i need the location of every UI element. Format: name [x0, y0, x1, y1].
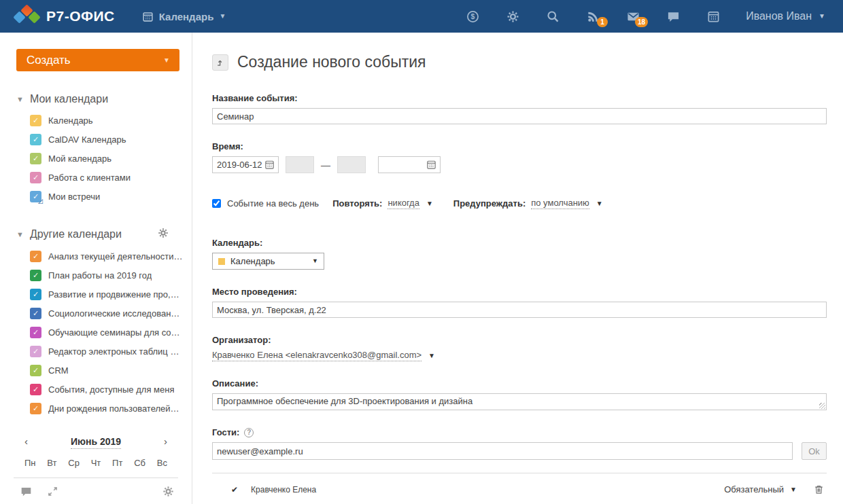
- chat-button[interactable]: [653, 10, 693, 23]
- gear-icon: [506, 10, 519, 23]
- chevron-down-icon[interactable]: ▼: [426, 200, 433, 207]
- calendar-checkbox[interactable]: ✓: [30, 134, 41, 145]
- mail-button[interactable]: 18: [613, 10, 653, 23]
- calendar-item[interactable]: ✓ Работа с клиентами: [0, 168, 192, 187]
- guest-email-input[interactable]: [212, 442, 793, 460]
- alert-dropdown[interactable]: по умолчанию: [531, 198, 589, 209]
- calendar-checkbox[interactable]: ✓: [30, 384, 41, 395]
- calendar-app-button[interactable]: [693, 10, 734, 23]
- app-switcher-label: Календарь: [159, 11, 214, 22]
- calendar-checkbox[interactable]: ✓: [30, 365, 41, 376]
- calendar-item[interactable]: ✓ Анализ текущей деятельности…: [0, 247, 192, 266]
- calendar-checkbox[interactable]: ✓: [30, 172, 41, 183]
- weekday: Пт: [112, 458, 122, 468]
- calendar-checkbox[interactable]: ✓: [30, 289, 41, 300]
- group-other-calendars[interactable]: ▼ Другие календари: [16, 228, 169, 241]
- calendar-item[interactable]: ✓ Социологические исследован…: [0, 304, 192, 323]
- description-textarea[interactable]: Программное обеспечение для 3D-проектиро…: [212, 393, 827, 410]
- search-button[interactable]: [533, 10, 573, 23]
- calendar-item[interactable]: ✓ CalDAV Календарь: [0, 130, 192, 149]
- calendar-label: Анализ текущей деятельности…: [48, 251, 182, 262]
- weekday: Ср: [68, 458, 80, 468]
- chevron-down-icon: ▼: [312, 258, 318, 264]
- event-form: Создание нового события Название события…: [193, 33, 843, 504]
- calendar-item[interactable]: ✓ Календарь: [0, 111, 192, 130]
- weekday: Чт: [91, 458, 101, 468]
- start-date-picker[interactable]: 2019-06-12: [212, 156, 279, 173]
- logo-text: Р7-ОФИС: [46, 8, 115, 24]
- guest-list-divider: [212, 473, 827, 473]
- create-button[interactable]: Создать ▼: [16, 49, 179, 71]
- all-day-checkbox[interactable]: [212, 199, 221, 208]
- start-date-value: 2019-06-12: [217, 160, 262, 170]
- weekday: Пн: [24, 458, 36, 468]
- calendar-icon: [707, 10, 720, 23]
- shared-calendar-icon: ◿: [38, 198, 43, 204]
- calendar-checkbox[interactable]: ✓: [30, 115, 41, 126]
- mini-calendar-title[interactable]: Июнь 2019: [71, 436, 121, 449]
- chat-icon[interactable]: [20, 486, 32, 497]
- delete-attendee-button[interactable]: [814, 484, 824, 494]
- calendar-label: Мой календарь: [48, 154, 111, 164]
- top-bar: Р7-ОФИС Календарь ▼ $ 1 18: [0, 0, 843, 33]
- calendar-checkbox[interactable]: ✓: [30, 153, 41, 164]
- attendee-row: ✔ Кравченко Елена Обязательный ▼: [212, 484, 827, 494]
- calendar-item[interactable]: ✓◿ Мои встречи: [0, 187, 192, 206]
- attendee-status-dropdown[interactable]: Обязательный: [724, 484, 784, 494]
- search-icon: [547, 10, 560, 23]
- chevron-down-icon[interactable]: ▼: [596, 200, 603, 207]
- guest-ok-button[interactable]: Ok: [802, 442, 827, 460]
- chevron-down-icon[interactable]: ▼: [790, 486, 797, 493]
- calendar-item[interactable]: ✓ Развитие и продвижение про,…: [0, 285, 192, 304]
- end-date-picker[interactable]: [378, 156, 441, 173]
- expand-icon[interactable]: [47, 486, 58, 497]
- calendar-checkbox[interactable]: ✓: [30, 346, 41, 357]
- location-input[interactable]: [212, 302, 827, 318]
- group-title: Мои календари: [30, 93, 108, 105]
- calendar-item[interactable]: ✓ Редактор электроных таблиц …: [0, 342, 192, 361]
- next-month-button[interactable]: ›: [164, 435, 167, 447]
- calendar-icon[interactable]: [264, 160, 275, 170]
- calendar-item[interactable]: ✓ CRM: [0, 361, 192, 380]
- app-logo[interactable]: Р7-ОФИС: [14, 6, 115, 26]
- feed-button[interactable]: 1: [573, 10, 613, 23]
- organizer-dropdown[interactable]: Кравченко Елена <elenakravcenko308@gmail…: [212, 350, 422, 361]
- calendar-item[interactable]: ✓ События, доступные для меня: [0, 380, 192, 399]
- collapse-triangle-icon: ▼: [16, 95, 24, 103]
- calendar-checkbox[interactable]: ✓: [30, 270, 41, 281]
- calendar-item[interactable]: ✓ Мой календарь: [0, 149, 192, 168]
- calendar-icon[interactable]: [426, 160, 436, 170]
- group-my-calendars[interactable]: ▼ Мои календари: [16, 93, 169, 105]
- event-name-input[interactable]: [212, 108, 827, 124]
- gear-icon[interactable]: [162, 486, 174, 497]
- calendar-checkbox[interactable]: ✓: [30, 403, 41, 414]
- chevron-down-icon: ▼: [819, 13, 825, 20]
- resize-grip[interactable]: [819, 403, 825, 409]
- create-button-label: Создать: [27, 54, 71, 67]
- user-menu[interactable]: Иванов Иван ▼: [746, 10, 825, 22]
- event-name-label: Название события:: [212, 93, 827, 103]
- help-icon[interactable]: ?: [244, 428, 254, 437]
- settings-button[interactable]: [493, 10, 533, 23]
- alert-label: Предупреждать:: [453, 198, 526, 209]
- page-title: Создание нового события: [237, 53, 426, 71]
- feed-badge: 1: [597, 17, 608, 27]
- back-button[interactable]: [212, 54, 228, 71]
- chevron-down-icon[interactable]: ▼: [428, 353, 435, 359]
- group-settings-button[interactable]: [158, 228, 169, 241]
- calendar-checkbox[interactable]: ✓: [30, 327, 41, 338]
- calendar-item[interactable]: ✓ Обучающие семинары для со…: [0, 323, 192, 342]
- logo-diamonds-icon: [14, 6, 39, 26]
- weekday: Вт: [47, 458, 56, 468]
- payments-button[interactable]: $: [453, 10, 493, 23]
- calendar-item[interactable]: ✓ Дни рождения пользователей…: [0, 399, 192, 418]
- calendar-checkbox[interactable]: ✓: [30, 308, 41, 319]
- calendar-checkbox[interactable]: ✓◿: [30, 191, 41, 202]
- app-switcher[interactable]: Календарь ▼: [142, 11, 226, 22]
- calendar-label: Работа с клиентами: [48, 173, 131, 183]
- calendar-checkbox[interactable]: ✓: [30, 251, 41, 262]
- calendar-select[interactable]: Календарь ▼: [212, 253, 324, 270]
- repeat-dropdown[interactable]: никогда: [388, 198, 419, 209]
- calendar-item[interactable]: ✓ План работы на 2019 год: [0, 266, 192, 285]
- mini-calendar: ‹ Июнь 2019 › Пн Вт Ср Чт Пт Сб Вс: [0, 435, 192, 468]
